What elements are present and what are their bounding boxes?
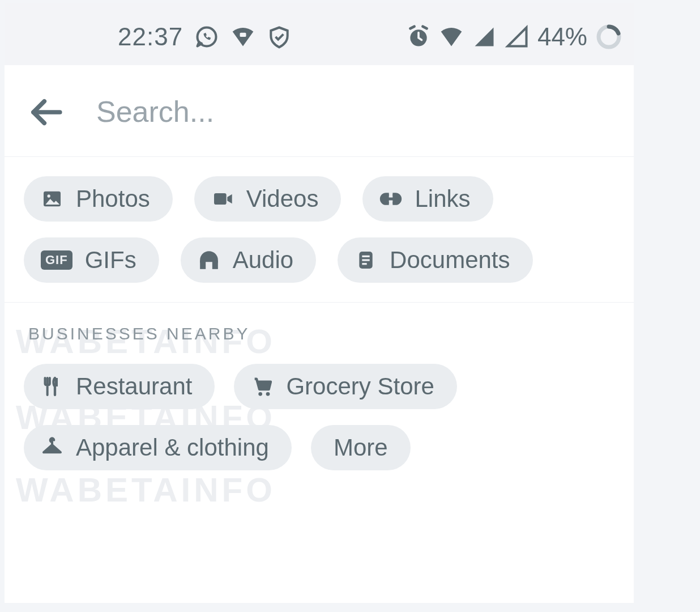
chip-label: Restaurant [76, 373, 192, 400]
gif-badge-icon: GIF [41, 250, 72, 270]
svg-point-12 [259, 392, 263, 396]
chip-documents[interactable]: Documents [338, 237, 532, 283]
battery-percent: 44% [537, 23, 587, 51]
svg-rect-10 [362, 259, 369, 261]
svg-rect-11 [362, 263, 366, 265]
chip-label: Photos [76, 185, 150, 212]
chip-photos[interactable]: Photos [24, 176, 173, 222]
chip-links[interactable]: Links [362, 176, 493, 222]
links-icon [379, 188, 402, 210]
wifi-robot-icon [231, 24, 255, 49]
cart-icon [251, 375, 274, 398]
documents-icon [355, 249, 377, 271]
shield-check-icon [267, 24, 292, 49]
watermark: WABETAINFO [16, 470, 276, 509]
chip-label: Audio [233, 246, 293, 274]
svg-rect-9 [362, 256, 369, 257]
alarm-icon [406, 24, 431, 49]
chip-apparel[interactable]: Apparel & clothing [24, 425, 292, 470]
restaurant-icon [41, 375, 63, 398]
search-bar [5, 65, 634, 157]
svg-rect-7 [214, 193, 227, 205]
videos-icon [211, 188, 234, 210]
chip-label: Grocery Store [286, 373, 434, 400]
svg-point-6 [48, 194, 50, 197]
status-time: 22:37 [118, 23, 183, 51]
svg-point-13 [266, 392, 270, 396]
chip-gifs[interactable]: GIF GIFs [24, 237, 159, 283]
chip-label: Documents [390, 246, 510, 274]
statusbar: 22:37 [5, 3, 634, 65]
hanger-icon [41, 436, 63, 459]
businesses-heading: BUSINESSES NEARBY [24, 322, 617, 354]
back-button[interactable] [27, 94, 65, 131]
photos-icon [41, 188, 63, 210]
audio-icon [198, 249, 220, 271]
signal-2-icon [505, 24, 530, 49]
chip-label: More [334, 434, 388, 461]
media-filter-section: Photos Videos Links GIF GIFs [5, 157, 634, 303]
chip-label: Links [415, 185, 470, 212]
chip-videos[interactable]: Videos [194, 176, 342, 222]
businesses-section: WABETAINFO WABETAINFO WABETAINFO BUSINES… [5, 303, 634, 490]
svg-rect-1 [240, 33, 246, 37]
loading-ring-icon [595, 23, 622, 50]
chip-label: Videos [246, 185, 319, 212]
whatsapp-icon [194, 24, 219, 49]
search-input[interactable] [95, 89, 611, 134]
chip-grocery[interactable]: Grocery Store [234, 364, 456, 409]
chip-more[interactable]: More [311, 425, 411, 470]
chip-label: GIFs [85, 246, 136, 274]
wifi-icon [439, 24, 464, 49]
app-frame: 22:37 [5, 3, 634, 603]
chip-audio[interactable]: Audio [181, 237, 316, 283]
signal-1-icon [472, 24, 497, 49]
chip-restaurant[interactable]: Restaurant [24, 364, 215, 409]
chip-label: Apparel & clothing [76, 434, 269, 461]
